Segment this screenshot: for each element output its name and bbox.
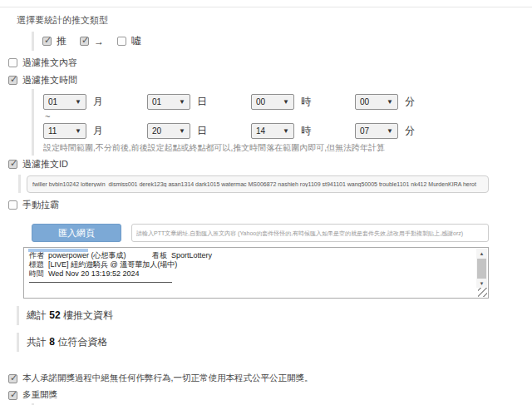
id-filter-label: 過濾推文ID xyxy=(22,158,68,170)
total-count: 52 xyxy=(49,309,60,321)
boo-label: 噓 xyxy=(131,34,141,48)
multi-draw-label: 多重開獎 xyxy=(22,389,57,401)
end-hour-select[interactable]: 14 ▼ xyxy=(251,123,294,139)
total-suffix: 樓推文資料 xyxy=(63,309,113,321)
start-hour-value: 00 xyxy=(256,97,265,106)
time-value: Wed Nov 20 13:19:52 2024 xyxy=(48,269,139,278)
minute-unit-label: 分 xyxy=(405,95,415,109)
article-header-divider xyxy=(29,282,172,283)
start-day-select[interactable]: 01 ▼ xyxy=(147,94,190,110)
promise-label: 本人承諾開獎過程中絕無任何作弊行為,一切正常使用本程式公平公正開獎。 xyxy=(22,373,313,384)
hour-unit-label: 時 xyxy=(301,95,311,109)
content-filter-label: 過濾推文內容 xyxy=(22,57,77,69)
end-day-select[interactable]: 20 ▼ xyxy=(147,123,190,139)
id-filter-checkbox[interactable] xyxy=(8,160,17,169)
promise-row[interactable]: 本人承諾開獎過程中絕無任何作弊行為,一切正常使用本程式公平公正開獎。 xyxy=(0,370,532,387)
start-minute-select[interactable]: 00 ▼ xyxy=(355,94,398,110)
article-title-line: 標題[LIVE] 紐約遊騎兵 @ 溫哥華加人(場中) xyxy=(29,260,473,269)
chevron-down-icon: ▼ xyxy=(387,128,393,135)
time-start-row: 01 ▼ 月 01 ▼ 日 00 ▼ 時 xyxy=(43,94,532,110)
time-end-row: 11 ▼ 月 20 ▼ 日 14 ▼ 時 xyxy=(43,123,532,139)
manual-filter-checkbox[interactable] xyxy=(8,200,17,210)
qualified-count: 8 xyxy=(49,336,55,348)
start-hour-select[interactable]: 00 ▼ xyxy=(251,94,294,110)
id-filter-block xyxy=(18,175,532,193)
time-filter-row[interactable]: 過濾推文時間 xyxy=(0,72,532,89)
month-unit-label: 月 xyxy=(93,95,103,109)
import-row: 匯入網頁 xyxy=(32,224,532,242)
author-label: 作者 xyxy=(29,251,44,259)
board-label: 看板 xyxy=(152,251,167,259)
qualified-suffix: 位符合資格 xyxy=(57,336,107,348)
time-range-block: 01 ▼ 月 01 ▼ 日 00 ▼ 時 xyxy=(32,89,532,156)
end-month-value: 11 xyxy=(48,126,57,136)
content-filter-checkbox[interactable] xyxy=(8,58,17,67)
end-day-value: 20 xyxy=(152,126,161,136)
qualified-prefix: 共計 xyxy=(27,336,47,348)
push-label: 推 xyxy=(57,34,66,48)
multi-draw-row[interactable]: 多重開獎 xyxy=(0,387,532,403)
id-filter-row[interactable]: 過濾推文ID xyxy=(0,156,532,173)
article-board: 看板SportLottery xyxy=(152,251,212,260)
push-checkbox[interactable] xyxy=(42,37,52,46)
textarea-scrollbar[interactable]: ▲ ▼ xyxy=(476,249,487,288)
manual-filter-label: 手動拉霸 xyxy=(22,199,59,211)
article-time-line: 時間Wed Nov 20 13:19:52 2024 xyxy=(29,269,473,279)
type-option-boo[interactable]: 噓 xyxy=(117,34,141,48)
chevron-down-icon: ▼ xyxy=(283,128,289,135)
chevron-down-icon: ▼ xyxy=(75,128,81,135)
arrow-checkbox[interactable] xyxy=(80,37,89,46)
manual-filter-row[interactable]: 手動拉霸 xyxy=(0,196,532,214)
time-range-hint: 設定時間範圍,不分前後,前後設定起點或終點都可以,推文時間落在範圍內即可,但無法… xyxy=(43,142,532,154)
id-filter-input[interactable] xyxy=(27,175,489,193)
title-label: 標題 xyxy=(29,260,44,269)
scroll-up-icon[interactable]: ▲ xyxy=(476,249,487,258)
chevron-down-icon: ▼ xyxy=(387,99,393,106)
board-value: SportLottery xyxy=(171,251,212,259)
chevron-down-icon: ▼ xyxy=(179,99,185,106)
type-option-push[interactable]: 推 xyxy=(42,34,66,48)
time-label: 時間 xyxy=(29,269,44,278)
article-author-line: 作者powerpower (心想事成) 看板SportLottery xyxy=(29,251,473,260)
day-unit-label: 日 xyxy=(197,95,207,109)
end-minute-select[interactable]: 07 ▼ xyxy=(355,123,398,139)
stats-section: 總計 52 樓推文資料 共計 8 位符合資格 xyxy=(0,306,532,352)
article-url-input[interactable] xyxy=(131,224,489,242)
end-hour-value: 14 xyxy=(256,126,265,136)
range-separator: ~ xyxy=(45,111,532,121)
push-type-options: 推 → 噓 xyxy=(32,32,532,51)
scroll-down-icon[interactable]: ▼ xyxy=(476,279,487,288)
time-filter-checkbox[interactable] xyxy=(8,76,17,85)
resize-grip-icon[interactable] xyxy=(478,288,487,297)
chevron-down-icon: ▼ xyxy=(283,99,289,106)
minute-unit-label: 分 xyxy=(405,124,415,138)
article-content-textarea[interactable]: 作者powerpower (心想事成) 看板SportLottery 標題[LI… xyxy=(23,247,489,299)
import-webpage-button[interactable]: 匯入網頁 xyxy=(32,224,121,242)
end-month-select[interactable]: 11 ▼ xyxy=(43,123,86,139)
multi-draw-checkbox[interactable] xyxy=(8,391,17,400)
arrow-label: → xyxy=(94,36,104,47)
end-minute-value: 07 xyxy=(360,126,369,136)
chevron-down-icon: ▼ xyxy=(75,99,81,106)
ptt-lottery-tool-page: 選擇要統計的推文類型 推 → 噓 過濾推文內容 過濾推文時間 01 ▼ xyxy=(0,7,532,405)
day-unit-label: 日 xyxy=(197,124,207,138)
start-day-value: 01 xyxy=(152,97,161,106)
author-value: powerpower (心想事成) xyxy=(48,251,126,259)
total-comments-stat: 總計 52 樓推文資料 xyxy=(17,306,532,325)
promise-checkbox[interactable] xyxy=(8,374,17,383)
time-filter-label: 過濾推文時間 xyxy=(22,74,77,86)
start-month-select[interactable]: 01 ▼ xyxy=(43,94,86,110)
content-filter-row[interactable]: 過濾推文內容 xyxy=(0,54,532,72)
boo-checkbox[interactable] xyxy=(117,37,126,46)
top-divider xyxy=(0,7,532,7)
title-value: [LIVE] 紐約遊騎兵 @ 溫哥華加人(場中) xyxy=(48,260,177,269)
month-unit-label: 月 xyxy=(93,124,103,138)
start-month-value: 01 xyxy=(48,97,57,106)
hour-unit-label: 時 xyxy=(301,124,311,138)
start-minute-value: 00 xyxy=(360,97,369,106)
type-option-arrow[interactable]: → xyxy=(80,36,104,47)
qualified-stat: 共計 8 位符合資格 xyxy=(17,333,532,352)
scrollbar-thumb[interactable] xyxy=(477,259,486,279)
total-prefix: 總計 xyxy=(27,309,47,321)
type-section-label: 選擇要統計的推文類型 xyxy=(17,14,532,27)
